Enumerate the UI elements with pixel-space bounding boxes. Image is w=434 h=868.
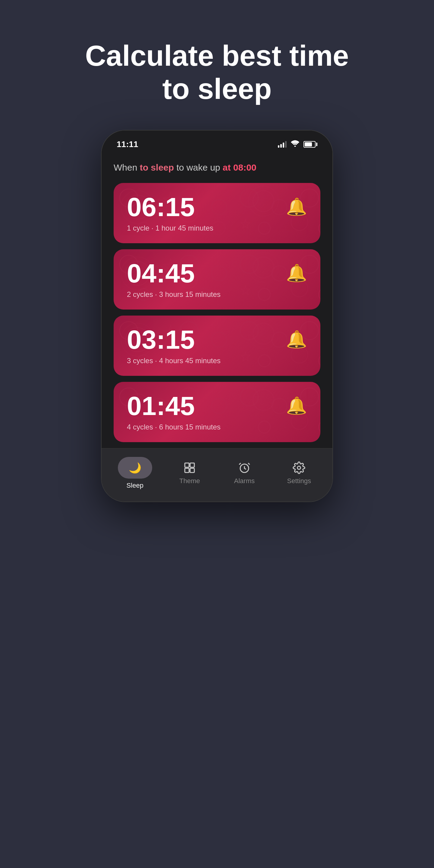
status-bar: 11:11	[101, 130, 333, 152]
nav-settings-icon-wrap	[293, 461, 305, 474]
bell-icon-4: 🔔	[286, 396, 307, 415]
nav-label-sleep: Sleep	[127, 482, 144, 490]
svg-point-0	[294, 146, 296, 147]
card-4-subtitle: 4 cycles · 6 hours 15 minutes	[127, 423, 307, 431]
card-2-time: 04:45	[127, 260, 195, 287]
card-3-subtitle: 3 cycles · 4 hours 45 minutes	[127, 356, 307, 365]
card-3-time: 03:15	[127, 327, 195, 353]
nav-item-settings[interactable]: Settings	[272, 461, 327, 485]
status-time: 11:11	[117, 140, 138, 149]
nav-item-alarms[interactable]: Alarms	[217, 461, 272, 485]
card-2-subtitle: 2 cycles · 3 hours 15 minutes	[127, 290, 307, 299]
settings-icon	[293, 461, 305, 474]
sleep-subtitle: When to sleep to wake up at 08:00	[114, 161, 320, 174]
svg-rect-33	[190, 468, 194, 472]
sleep-card-1[interactable]: 06:15 🔔 1 cycle · 1 hour 45 minutes	[114, 183, 320, 243]
bottom-nav: 🌙 Sleep Theme	[101, 448, 333, 501]
card-4-time: 01:45	[127, 393, 195, 419]
theme-icon	[183, 461, 196, 474]
nav-label-theme: Theme	[179, 477, 200, 485]
bell-icon-2: 🔔	[286, 263, 307, 283]
nav-theme-icon-wrap	[183, 461, 196, 474]
svg-rect-32	[185, 468, 189, 472]
sleep-card-2[interactable]: 04:45 🔔 2 cycles · 3 hours 15 minutes	[114, 249, 320, 310]
phone-content: When to sleep to wake up at 08:00	[101, 152, 333, 448]
nav-item-sleep[interactable]: 🌙 Sleep	[107, 457, 162, 490]
battery-icon	[304, 141, 317, 148]
nav-alarms-icon-wrap	[238, 461, 251, 474]
sleep-card-3[interactable]: 03:15 🔔 3 cycles · 4 hours 45 minutes	[114, 315, 320, 376]
svg-rect-31	[190, 463, 194, 467]
nav-sleep-icon-wrap: 🌙	[118, 457, 152, 478]
nav-label-alarms: Alarms	[234, 477, 255, 485]
svg-rect-30	[185, 463, 189, 467]
alarm-icon	[238, 461, 251, 474]
card-1-subtitle: 1 cycle · 1 hour 45 minutes	[127, 224, 307, 232]
page-title: Calculate best time to sleep	[82, 39, 352, 106]
sleep-card-4[interactable]: 01:45 🔔 4 cycles · 6 hours 15 minutes	[114, 382, 320, 442]
moon-icon: 🌙	[129, 462, 141, 474]
phone-frame: 11:11	[101, 130, 333, 502]
signal-icon	[278, 141, 287, 148]
subtitle-highlight2: at 08:00	[223, 162, 256, 173]
card-1-time: 06:15	[127, 194, 195, 220]
wifi-icon	[291, 140, 299, 149]
subtitle-before: When	[114, 162, 140, 173]
svg-point-35	[298, 466, 301, 470]
bell-icon-3: 🔔	[286, 330, 307, 349]
subtitle-middle: to wake up	[174, 162, 223, 173]
nav-item-theme[interactable]: Theme	[162, 461, 217, 485]
status-icons	[278, 140, 317, 149]
nav-label-settings: Settings	[287, 477, 311, 485]
subtitle-highlight1: to sleep	[140, 162, 174, 173]
sleep-cards: 06:15 🔔 1 cycle · 1 hour 45 minutes	[114, 183, 320, 448]
bell-icon-1: 🔔	[286, 197, 307, 217]
